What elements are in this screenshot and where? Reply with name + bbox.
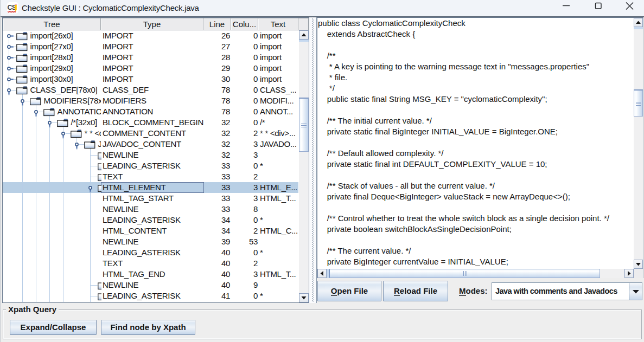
- text-cell[interactable]: * * <div>...: [258, 128, 298, 139]
- col-cell[interactable]: 8: [231, 204, 258, 215]
- modes-combobox-button[interactable]: [629, 283, 642, 300]
- scroll-up-button[interactable]: [634, 18, 643, 27]
- tree-table-row[interactable]: LEADING_ASTERISK340*: [3, 215, 298, 225]
- col-cell[interactable]: 0: [231, 30, 258, 41]
- text-cell[interactable]: [258, 171, 298, 182]
- scrollbar-thumb[interactable]: [329, 269, 600, 278]
- tree-table-row[interactable]: NEWLINE323: [3, 150, 298, 160]
- tree-cell[interactable]: import[26x0]: [3, 30, 101, 41]
- tree-cell[interactable]: [3, 150, 112, 160]
- col-cell[interactable]: 3: [231, 193, 258, 204]
- text-cell[interactable]: JAVADO...: [258, 139, 298, 150]
- text-cell[interactable]: *: [258, 291, 298, 301]
- text-cell[interactable]: [258, 236, 298, 247]
- tree-table-row[interactable]: ANNOTATION[78x0]ANNOTATION780ANNOT...: [3, 106, 298, 117]
- line-cell[interactable]: 32: [203, 117, 231, 128]
- tree-table-row[interactable]: TEXT332: [3, 171, 298, 182]
- open-file-button[interactable]: Open File: [317, 281, 381, 301]
- text-cell[interactable]: [258, 258, 298, 269]
- col-cell[interactable]: 53: [231, 236, 258, 247]
- text-cell[interactable]: import: [258, 63, 298, 74]
- col-cell[interactable]: 3: [231, 150, 258, 160]
- type-cell[interactable]: HTML_CONTENT: [101, 225, 203, 236]
- line-cell[interactable]: 26: [203, 30, 231, 41]
- tree-table-row[interactable]: import[26x0]IMPORT260import: [3, 30, 298, 41]
- text-cell[interactable]: HTML_C...: [258, 225, 298, 236]
- line-cell[interactable]: 33: [203, 160, 231, 171]
- line-cell[interactable]: 78: [203, 95, 231, 106]
- tree-cell[interactable]: * * <div>...: [3, 128, 101, 139]
- col-cell[interactable]: 0: [231, 106, 258, 117]
- text-cell[interactable]: MODIFI...: [258, 95, 298, 106]
- text-cell[interactable]: *: [258, 215, 298, 225]
- type-cell[interactable]: NEWLINE: [101, 280, 203, 291]
- line-cell[interactable]: 41: [203, 291, 231, 301]
- line-cell[interactable]: 34: [203, 225, 231, 236]
- tree-table-row[interactable]: HTML_TAG_START333HTML_T...: [3, 193, 298, 204]
- type-cell[interactable]: JAVADOC_CONTENT: [101, 139, 203, 150]
- line-cell[interactable]: 40: [203, 269, 231, 280]
- tree-cell[interactable]: HTML_ELEMENT: [3, 182, 112, 193]
- tree-table-row[interactable]: TEXT402: [3, 258, 298, 269]
- type-cell[interactable]: CLASS_DEF: [101, 85, 203, 95]
- text-cell[interactable]: *: [258, 160, 298, 171]
- col-cell[interactable]: 0: [231, 291, 258, 301]
- tree-table-row[interactable]: NEWLINE338: [3, 204, 298, 215]
- tree-table-row[interactable]: HTML_CONTENT342HTML_C...: [3, 225, 298, 236]
- line-cell[interactable]: 40: [203, 280, 231, 291]
- column-header-line[interactable]: Line: [203, 18, 231, 30]
- scrollbar-thumb[interactable]: [634, 89, 643, 117]
- text-cell[interactable]: HTML_T...: [258, 193, 298, 204]
- tree-table-row[interactable]: NEWLINE3953: [3, 236, 298, 247]
- tree-table-row[interactable]: LEADING_ASTERISK400*: [3, 247, 298, 258]
- col-cell[interactable]: 9: [231, 280, 258, 291]
- line-cell[interactable]: 33: [203, 193, 231, 204]
- line-cell[interactable]: 33: [203, 182, 231, 193]
- column-header-tree[interactable]: Tree: [3, 18, 101, 30]
- tree-table-row[interactable]: CLASS_DEF[78x0]CLASS_DEF780CLASS_...: [3, 85, 298, 95]
- col-cell[interactable]: 3: [231, 182, 258, 193]
- tree-table-vertical-scrollbar[interactable]: [299, 30, 309, 302]
- tree-table-row[interactable]: MODIFIERS[78x0]MODIFIERS780MODIFI...: [3, 95, 298, 106]
- col-cell[interactable]: 0: [231, 160, 258, 171]
- line-cell[interactable]: 32: [203, 139, 231, 150]
- scroll-up-button[interactable]: [299, 30, 309, 40]
- tree-cell[interactable]: import[29x0]: [3, 63, 101, 74]
- tree-cell[interactable]: import[30x0]: [3, 74, 101, 85]
- text-cell[interactable]: [258, 280, 298, 291]
- line-cell[interactable]: 32: [203, 128, 231, 139]
- type-cell[interactable]: NEWLINE: [101, 236, 203, 247]
- split-pane-divider[interactable]: [309, 17, 317, 303]
- column-header-text[interactable]: Text: [258, 18, 298, 30]
- scrollbar-thumb[interactable]: [299, 98, 309, 152]
- type-cell[interactable]: IMPORT: [101, 30, 203, 41]
- col-cell[interactable]: 3: [231, 139, 258, 150]
- column-header-type[interactable]: Type: [101, 18, 203, 30]
- text-cell[interactable]: import: [258, 41, 298, 52]
- tree-table-row[interactable]: LEADING_ASTERISK410*: [3, 291, 298, 301]
- col-cell[interactable]: 2: [231, 225, 258, 236]
- type-cell[interactable]: NEWLINE: [101, 204, 203, 215]
- scroll-down-button[interactable]: [634, 260, 643, 269]
- tree-table-row[interactable]: import[27x0]IMPORT270import: [3, 41, 298, 52]
- line-cell[interactable]: 78: [203, 106, 231, 117]
- line-cell[interactable]: 30: [203, 74, 231, 85]
- text-cell[interactable]: import: [258, 30, 298, 41]
- col-cell[interactable]: 0: [231, 215, 258, 225]
- type-cell[interactable]: MODIFIERS: [101, 95, 203, 106]
- type-cell[interactable]: ANNOTATION: [101, 106, 203, 117]
- text-cell[interactable]: ANNOT...: [258, 106, 298, 117]
- source-vertical-scrollbar[interactable]: [634, 18, 643, 269]
- tree-cell[interactable]: import[28x0]: [3, 52, 101, 63]
- type-cell[interactable]: HTML_TAG_END: [101, 269, 203, 280]
- col-cell[interactable]: 0: [231, 63, 258, 74]
- scroll-left-button[interactable]: [317, 269, 327, 278]
- tree-table[interactable]: import[26x0]IMPORT260importimport[27x0]I…: [3, 30, 298, 302]
- col-cell[interactable]: 0: [231, 52, 258, 63]
- scrollbar-track[interactable]: [299, 30, 309, 302]
- type-cell[interactable]: IMPORT: [101, 74, 203, 85]
- type-cell[interactable]: BLOCK_COMMENT_BEGIN: [101, 117, 203, 128]
- line-cell[interactable]: 78: [203, 85, 231, 95]
- text-cell[interactable]: *: [258, 247, 298, 258]
- line-cell[interactable]: 27: [203, 41, 231, 52]
